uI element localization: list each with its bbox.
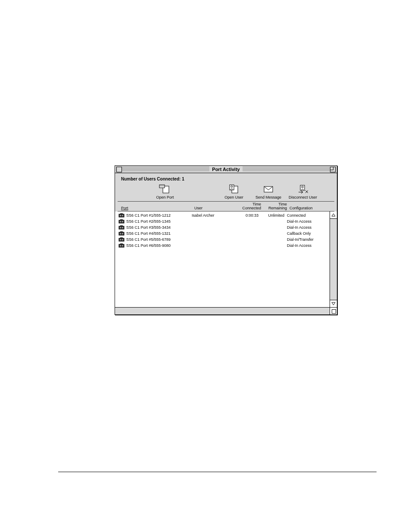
svg-rect-12	[120, 213, 123, 214]
port-icon	[118, 243, 125, 248]
table-row[interactable]: SS6 C1 Port #2/555-1345Dial-In Access	[115, 218, 330, 224]
cell-configuration: Dial-In Access	[284, 243, 326, 248]
open-port-icon	[158, 184, 172, 194]
zoom-box[interactable]	[330, 167, 336, 172]
send-message-button[interactable]: Send Message	[251, 183, 286, 200]
cell-configuration: Dial-In Access	[284, 219, 326, 224]
open-user-button[interactable]: Open User	[217, 183, 251, 200]
svg-rect-21	[119, 232, 124, 235]
port-name: SS6 C1 Port #3/555-3434	[126, 225, 171, 230]
column-headers: Port User Time Connected Time Remaining …	[118, 201, 334, 212]
table-row[interactable]: SS6 C1 Port #5/555-6789Dial-In/Transfer	[115, 236, 330, 243]
svg-rect-13	[119, 220, 124, 223]
svg-rect-27	[122, 239, 123, 240]
scroll-track[interactable]	[330, 219, 337, 300]
scroll-up-arrow[interactable]	[330, 212, 337, 219]
svg-rect-25	[119, 238, 124, 241]
page-footer-rule	[58, 472, 377, 472]
svg-rect-11	[122, 215, 123, 216]
cell-time-remaining: Unlimited	[258, 213, 284, 218]
cell-port: SS6 C1 Port #2/555-1345	[118, 219, 192, 224]
send-message-label: Send Message	[255, 195, 281, 199]
col-configuration[interactable]: Configuration	[287, 202, 328, 210]
col-user[interactable]: User	[194, 202, 235, 210]
status-bar	[115, 308, 337, 314]
svg-rect-9	[119, 214, 124, 217]
port-name: SS6 C1 Port #5/555-6789	[126, 237, 171, 242]
open-user-icon	[227, 184, 241, 194]
svg-rect-22	[120, 233, 121, 234]
send-message-icon	[262, 184, 275, 194]
disconnect-user-icon	[296, 184, 310, 194]
port-name: SS6 C1 Port #2/555-1345	[126, 219, 171, 224]
table-row[interactable]: SS6 C1 Port #4/555-1321Callback Only	[115, 230, 330, 236]
disconnect-user-button[interactable]: Disconnect User	[286, 183, 320, 200]
scroll-down-arrow[interactable]	[330, 300, 337, 307]
port-activity-window: Port Activity Number of Users Connected:…	[115, 165, 337, 315]
cell-port: SS6 C1 Port #6/555-9080	[118, 243, 192, 248]
window-title: Port Activity	[115, 166, 337, 173]
svg-rect-15	[122, 221, 123, 222]
svg-rect-30	[120, 245, 121, 246]
port-icon	[118, 213, 125, 218]
close-box[interactable]	[116, 167, 122, 172]
cell-port: SS6 C1 Port #5/555-6789	[118, 237, 192, 242]
status-count: 1	[182, 177, 184, 181]
port-name: SS6 C1 Port #6/555-9080	[126, 243, 171, 248]
svg-rect-32	[120, 243, 123, 244]
svg-rect-16	[120, 219, 123, 220]
status-label: Number of Users Connected:	[121, 177, 181, 181]
svg-rect-2	[160, 185, 164, 187]
svg-rect-14	[120, 221, 121, 222]
col-time-remaining[interactable]: Time Remaining	[261, 202, 287, 210]
disconnect-user-label: Disconnect User	[289, 195, 317, 199]
svg-rect-10	[120, 215, 121, 216]
table-row[interactable]: SS6 C1 Port #6/555-9080Dial-In Access	[115, 243, 330, 249]
port-icon	[118, 219, 125, 224]
open-port-button[interactable]: Open Port	[148, 183, 182, 200]
status-line: Number of Users Connected: 1	[121, 177, 334, 181]
grow-box[interactable]	[330, 307, 337, 314]
cell-configuration: Connected	[284, 213, 326, 218]
svg-rect-17	[119, 226, 124, 229]
toolbar: Open Port Open User	[148, 183, 334, 200]
cell-configuration: Callback Only	[284, 231, 326, 236]
svg-rect-23	[122, 233, 123, 234]
svg-rect-18	[120, 227, 121, 228]
svg-rect-31	[122, 245, 123, 246]
open-port-label: Open Port	[156, 195, 174, 199]
cell-time-connected: 0:00:33	[233, 213, 258, 218]
table-row[interactable]: SS6 C1 Port #1/555-1212Isabel Archer0:00…	[115, 212, 330, 218]
port-icon	[118, 225, 125, 230]
cell-configuration: Dial-In/Transfer	[284, 237, 326, 242]
port-name: SS6 C1 Port #1/555-1212	[126, 213, 171, 218]
svg-rect-20	[120, 225, 123, 226]
cell-port: SS6 C1 Port #3/555-3434	[118, 225, 192, 230]
svg-rect-28	[120, 237, 123, 238]
svg-rect-19	[122, 227, 123, 228]
svg-rect-26	[120, 239, 121, 240]
cell-configuration: Dial-In Access	[284, 225, 326, 230]
vertical-scrollbar[interactable]	[330, 212, 337, 307]
open-user-label: Open User	[224, 195, 243, 199]
cell-port: SS6 C1 Port #1/555-1212	[118, 213, 192, 218]
titlebar[interactable]: Port Activity	[115, 166, 337, 173]
svg-rect-29	[119, 244, 124, 247]
cell-port: SS6 C1 Port #4/555-1321	[118, 231, 192, 236]
port-icon	[118, 237, 125, 242]
port-icon	[118, 231, 125, 236]
port-list: SS6 C1 Port #1/555-1212Isabel Archer0:00…	[115, 212, 330, 307]
table-row[interactable]: SS6 C1 Port #3/555-3434Dial-In Access	[115, 224, 330, 230]
port-name: SS6 C1 Port #4/555-1321	[126, 231, 171, 236]
svg-rect-24	[120, 231, 123, 232]
col-time-connected[interactable]: Time Connected	[235, 202, 261, 210]
col-port[interactable]: Port	[121, 202, 194, 210]
cell-user: Isabel Archer	[192, 213, 233, 218]
